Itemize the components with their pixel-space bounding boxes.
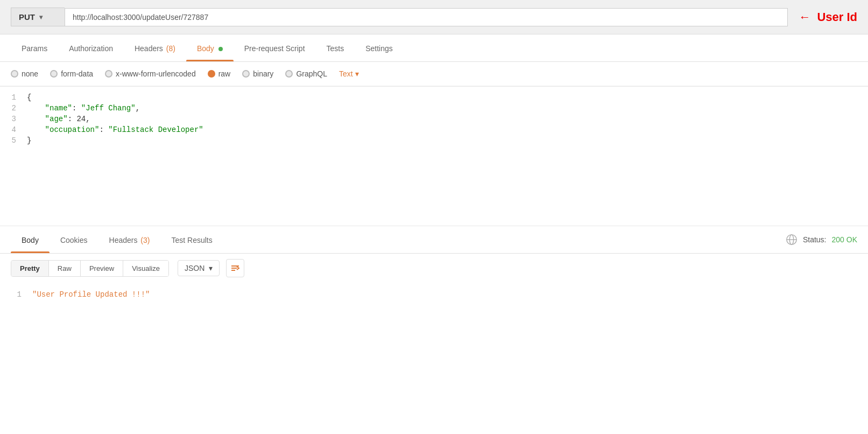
option-formdata[interactable]: form-data [50,69,93,78]
status-indicator: Status: 200 OK [786,234,857,246]
status-prefix: Status: [803,235,827,244]
request-tabs: Params Authorization Headers (8) Body Pr… [0,34,868,62]
radio-raw [208,70,215,78]
response-code: 1 "User Profile Updated !!!" [0,283,868,306]
line-content-2: "name": "Jeff Chang", [27,104,140,113]
url-bar: PUT ▾ ← User Id [0,0,868,34]
radio-formdata [50,70,58,78]
line-num-2: 2 [0,104,27,113]
wrap-text-btn[interactable] [226,259,244,277]
body-active-dot [218,47,223,51]
format-toolbar: Pretty Raw Preview Visualize JSON ▾ [0,254,868,283]
code-line-2: 2 "name": "Jeff Chang", [0,103,868,114]
resp-line-num-1: 1 [11,290,32,299]
line-num-1: 1 [0,93,27,102]
radio-none [11,70,18,78]
body-options-row: none form-data x-www-form-urlencoded raw… [0,62,868,86]
json-format-select[interactable]: JSON ▾ [178,260,220,276]
tab-settings[interactable]: Settings [355,34,404,61]
radio-graphql [285,70,293,78]
response-headers-badge: (3) [140,236,150,244]
tab-prerequest[interactable]: Pre-request Script [234,34,316,61]
headers-badge: (8) [166,44,175,53]
format-preview-btn[interactable]: Preview [81,261,123,276]
wrap-icon [230,263,240,273]
response-tab-body[interactable]: Body [11,226,50,253]
response-tab-headers[interactable]: Headers (3) [98,226,161,253]
response-tab-cookies[interactable]: Cookies [50,226,98,253]
globe-icon [786,234,798,246]
option-graphql[interactable]: GraphQL [285,69,327,78]
response-tabs-row: Body Cookies Headers (3) Test Results St… [0,226,868,254]
tab-body[interactable]: Body [186,34,234,61]
method-select[interactable]: PUT ▾ [11,8,65,26]
format-pretty-btn[interactable]: Pretty [11,261,49,276]
code-line-1: 1 { [0,92,868,103]
tab-params[interactable]: Params [11,34,58,61]
line-content-1: { [27,93,31,102]
option-raw[interactable]: raw [208,69,231,78]
code-editor[interactable]: 1 { 2 "name": "Jeff Chang", 3 "age": 24,… [0,86,868,226]
code-line-4: 4 "occupation": "Fullstack Developer" [0,124,868,135]
line-content-5: } [27,136,31,145]
response-tab-testresults[interactable]: Test Results [160,226,223,253]
response-line-1: 1 "User Profile Updated !!!" [11,290,857,299]
option-binary[interactable]: binary [242,69,273,78]
text-format-label: Text [339,69,353,78]
tab-headers[interactable]: Headers (8) [124,34,186,61]
code-line-5: 5 } [0,135,868,146]
method-label: PUT [19,12,35,22]
tab-authorization[interactable]: Authorization [58,34,124,61]
tab-tests[interactable]: Tests [316,34,355,61]
response-section: Body Cookies Headers (3) Test Results St… [0,226,868,306]
url-annotation: ← User Id [799,10,857,24]
status-value: 200 OK [832,235,857,244]
text-format-select[interactable]: Text ▾ [339,69,359,78]
json-format-chevron-icon: ▾ [209,264,213,272]
radio-binary [242,70,250,78]
format-raw-btn[interactable]: Raw [49,261,81,276]
line-content-3: "age": 24, [27,115,90,123]
line-num-3: 3 [0,115,27,123]
user-id-label: User Id [817,10,857,24]
option-urlencoded[interactable]: x-www-form-urlencoded [105,69,196,78]
json-format-label: JSON [185,264,204,272]
code-line-3: 3 "age": 24, [0,114,868,124]
option-none[interactable]: none [11,69,38,78]
text-format-chevron-icon: ▾ [355,69,359,78]
radio-urlencoded [105,70,112,78]
url-input[interactable] [65,8,788,26]
method-chevron-icon: ▾ [39,13,43,21]
format-btn-group: Pretty Raw Preview Visualize [11,260,169,277]
format-visualize-btn[interactable]: Visualize [123,261,168,276]
line-content-4: "occupation": "Fullstack Developer" [27,125,203,134]
line-num-5: 5 [0,136,27,145]
line-num-4: 4 [0,125,27,134]
resp-line-content-1: "User Profile Updated !!!" [32,290,150,299]
arrow-icon: ← [799,10,810,24]
